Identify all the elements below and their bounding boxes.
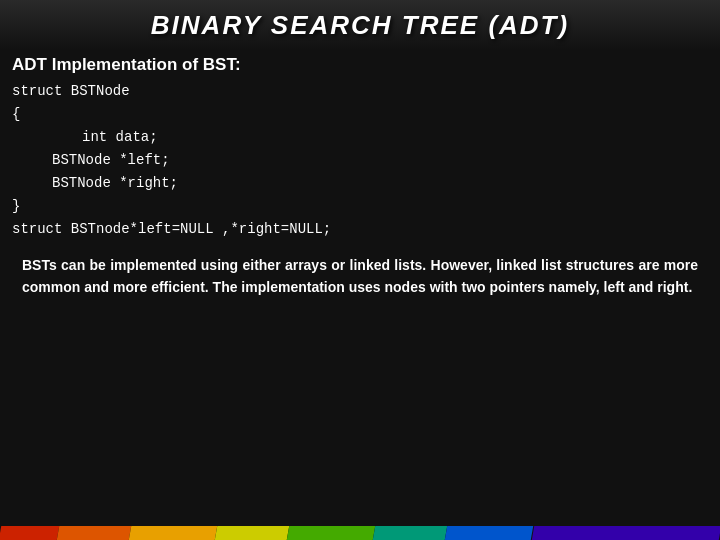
code-line-6: } — [12, 196, 708, 217]
slide-container: BINARY SEARCH TREE (ADT) ADT Implementat… — [0, 0, 720, 540]
bottom-decoration-bars — [0, 526, 720, 540]
slide-title: BINARY SEARCH TREE (ADT) — [151, 10, 569, 41]
code-line-2: { — [12, 104, 708, 125]
code-line-7: struct BSTnode*left=NULL ,*right=NULL; — [12, 219, 708, 240]
description-paragraph: BSTs can be implemented using either arr… — [12, 254, 708, 299]
slide-content: ADT Implementation of BST: struct BSTNod… — [12, 55, 708, 520]
code-line-5: BSTNode *right; — [52, 173, 708, 194]
code-line-1: struct BSTNode — [12, 81, 708, 102]
adt-heading: ADT Implementation of BST: — [12, 55, 708, 75]
code-line-4: BSTNode *left; — [52, 150, 708, 171]
code-line-3: int data; — [82, 127, 708, 148]
title-bar: BINARY SEARCH TREE (ADT) — [0, 0, 720, 50]
